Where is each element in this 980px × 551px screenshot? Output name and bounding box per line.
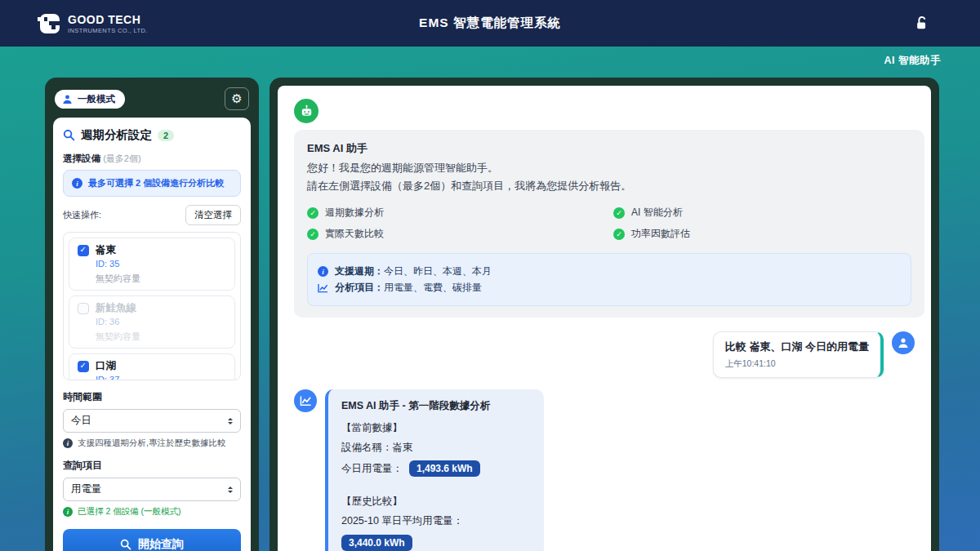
analysis-settings-card: 週期分析設定 2 選擇設備 (最多2個) i 最多可選擇 2 個設備進行分析比較… [53, 118, 251, 551]
select-stepper-icon [228, 484, 233, 495]
logo-title: GOOD TECH [68, 13, 148, 26]
device-item[interactable]: 崙東 ID: 35 無契約容量 [69, 238, 235, 291]
settings-sidebar: 一般模式 ⚙ 週期分析設定 2 選擇設備 (最多2個) i 最多可選擇 2 個設… [45, 78, 259, 551]
welcome-line: 請在左側選擇設備（最多2個）和查詢項目，我將為您提供分析報告。 [307, 179, 911, 193]
analysis-message: EMS AI 助手 - 第一階段數據分析 【當前數據】 設備名稱：崙東 今日用電… [325, 389, 544, 551]
time-range-select[interactable]: 今日 [63, 409, 241, 433]
analysis-line: 今日用電量： 1,493.6 kWh [341, 460, 531, 477]
device-name: 新鮭魚線 [96, 301, 136, 315]
feature-grid: ✓ 週期數據分析 ✓ AI 智能分析 ✓ 實際天數比較 ✓ 功率因數評估 [307, 206, 911, 241]
settings-title: 週期分析設定 [81, 127, 152, 143]
feature-item: ✓ AI 智能分析 [613, 206, 911, 220]
unlock-icon[interactable] [911, 12, 933, 33]
info-icon: i [72, 178, 82, 189]
feature-item: ✓ 實際天數比較 [307, 227, 605, 241]
mode-pill-label: 一般模式 [78, 93, 115, 105]
analysis-avatar [294, 389, 317, 412]
gear-icon[interactable]: ⚙ [225, 87, 249, 110]
device-limit-info: i 最多可選擇 2 個設備進行分析比較 [63, 170, 241, 197]
device-checkbox[interactable] [78, 303, 89, 314]
info-icon: i [318, 266, 328, 277]
bot-avatar [294, 99, 318, 123]
time-range-note: i 支援四種週期分析,專注於歷史數據比較 [63, 438, 241, 449]
user-message-text: 比較 崙東、口湖 今日的用電量 [725, 340, 869, 354]
logo-subtitle: INSTRUMENTS CO., LTD. [68, 27, 148, 34]
feature-item: ✓ 功率因數評估 [613, 227, 911, 241]
value-badge: 3,440.0 kWh [341, 535, 412, 551]
device-item[interactable]: 新鮭魚線 ID: 36 無契約容量 [69, 295, 235, 349]
user-icon [62, 94, 73, 104]
check-circle-icon: ✓ [307, 207, 318, 219]
user-icon [898, 337, 909, 349]
welcome-title: EMS AI 助手 [307, 141, 911, 156]
select-stepper-icon [228, 415, 233, 427]
info-icon: i [63, 507, 73, 517]
device-id: ID: 35 [96, 259, 226, 269]
support-info-box: i 支援週期：今日、昨日、本週、本月 分析項目：用電量、電費、碳排量 [307, 253, 911, 306]
device-id: ID: 37 [96, 375, 226, 380]
robot-icon [300, 104, 314, 118]
selected-count-badge: 2 [158, 130, 174, 141]
device-id: ID: 36 [96, 317, 226, 327]
start-query-button[interactable]: 開始查詢 [63, 529, 241, 551]
analysis-title: EMS AI 助手 - 第一階段數據分析 [341, 399, 531, 413]
line-chart-icon [300, 395, 312, 407]
welcome-line: 您好！我是您的週期能源管理智能助手。 [307, 161, 911, 176]
device-list[interactable]: 崙東 ID: 35 無契約容量 新鮭魚線 ID: 36 無契約容量 口湖 [63, 232, 241, 380]
analysis-line: 2025-10 單日平均用電量： 3,440.0 kWh [341, 514, 531, 551]
assistant-label: AI 智能助手 [884, 54, 941, 68]
company-logo: GOOD TECH INSTRUMENTS CO., LTD. [38, 13, 148, 34]
welcome-message: EMS AI 助手 您好！我是您的週期能源管理智能助手。 請在左側選擇設備（最多… [294, 130, 924, 318]
device-note: 無契約容量 [96, 331, 226, 343]
chat-scroll-area[interactable]: EMS AI 助手 您好！我是您的週期能源管理智能助手。 請在左側選擇設備（最多… [278, 86, 931, 551]
device-select-label: 選擇設備 (最多2個) [63, 153, 241, 165]
analysis-line: 【當前數據】 [341, 421, 531, 435]
page-title: EMS 智慧電能管理系統 [419, 15, 561, 32]
device-item[interactable]: 口湖 ID: 37 無契約容量 [69, 353, 235, 380]
user-avatar [892, 331, 915, 354]
analysis-line: 【歷史比較】 [341, 495, 531, 509]
user-message-bubble: 比較 崙東、口湖 今日的用電量 上午10:41:10 [713, 331, 884, 378]
logo-icon [38, 13, 60, 34]
analysis-lines: 【當前數據】 設備名稱：崙東 今日用電量： 1,493.6 kWh 【歷史比較】 [341, 421, 531, 551]
check-circle-icon: ✓ [307, 229, 318, 240]
check-circle-icon: ✓ [613, 207, 625, 219]
analysis-line: 設備名稱：崙東 [341, 441, 531, 455]
device-name: 崙東 [96, 243, 116, 257]
chat-panel: EMS AI 助手 您好！我是您的週期能源管理智能助手。 請在左側選擇設備（最多… [270, 78, 939, 551]
mode-pill[interactable]: 一般模式 [55, 90, 125, 109]
user-message-row: 比較 崙東、口湖 今日的用電量 上午10:41:10 [294, 331, 915, 378]
device-checkbox[interactable] [78, 245, 89, 256]
device-note: 無契約容量 [96, 273, 226, 285]
device-checkbox[interactable] [78, 361, 89, 372]
search-icon [120, 539, 131, 550]
selected-devices-note: i 已選擇 2 個設備 (一般模式) [63, 506, 241, 518]
check-circle-icon: ✓ [613, 229, 625, 240]
line-chart-icon [318, 283, 328, 293]
analysis-message-row: EMS AI 助手 - 第一階段數據分析 【當前數據】 設備名稱：崙東 今日用電… [294, 389, 915, 551]
time-range-label: 時間範圍 [63, 390, 241, 404]
search-icon [63, 129, 75, 141]
app-header: GOOD TECH INSTRUMENTS CO., LTD. EMS 智慧電能… [0, 0, 980, 47]
info-icon: i [63, 438, 73, 448]
value-badge: 1,493.6 kWh [409, 460, 480, 477]
device-name: 口湖 [96, 359, 116, 373]
clear-selection-button[interactable]: 清空選擇 [185, 205, 241, 225]
query-item-label: 查詢項目 [63, 459, 241, 473]
query-item-select[interactable]: 用電量 [63, 478, 241, 501]
quick-actions-label: 快速操作: [63, 209, 101, 221]
user-message-time: 上午10:41:10 [725, 358, 869, 370]
feature-item: ✓ 週期數據分析 [307, 206, 605, 220]
